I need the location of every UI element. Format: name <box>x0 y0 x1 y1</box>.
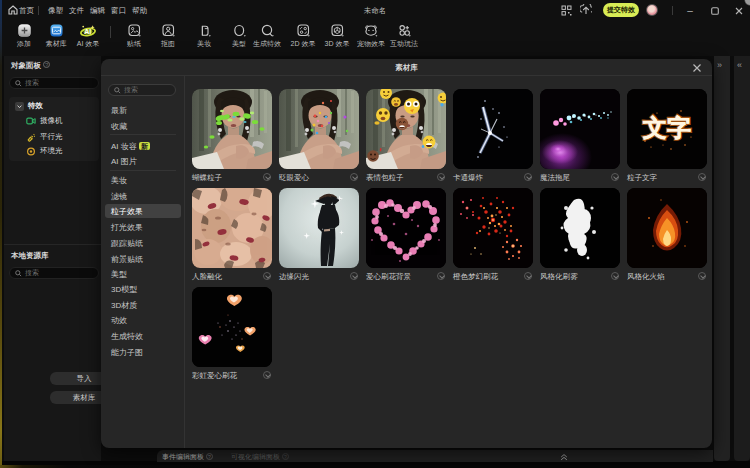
svg-text:AI: AI <box>84 28 91 35</box>
svg-text:文字: 文字 <box>642 114 691 141</box>
